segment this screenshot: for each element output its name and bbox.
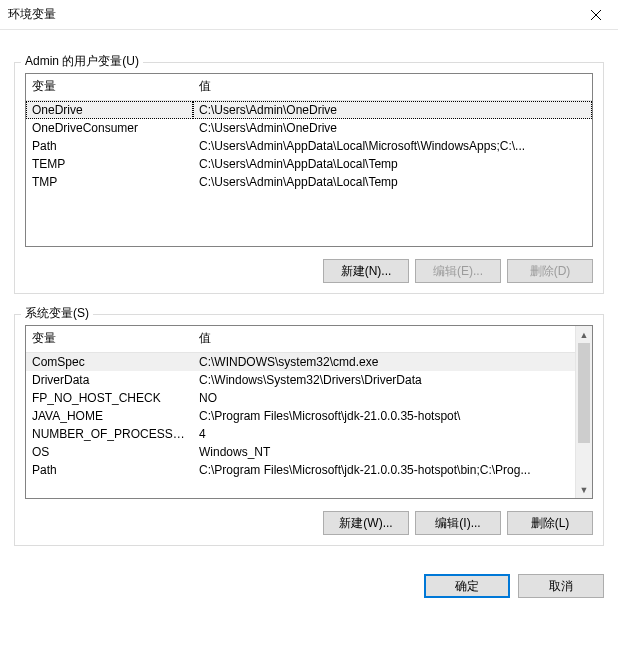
- table-row[interactable]: PathC:\Users\Admin\AppData\Local\Microso…: [26, 137, 592, 155]
- system-scrollbar[interactable]: ▲ ▼: [575, 326, 592, 498]
- user-variables-table[interactable]: 变量 值 OneDriveC:\Users\Admin\OneDriveOneD…: [26, 74, 592, 191]
- row-value: 4: [193, 425, 592, 443]
- table-row[interactable]: DriverDataC:\Windows\System32\Drivers\Dr…: [26, 371, 592, 389]
- dialog-footer: 确定 取消: [0, 560, 618, 612]
- system-delete-button[interactable]: 删除(L): [507, 511, 593, 535]
- system-new-button[interactable]: 新建(W)...: [323, 511, 409, 535]
- row-value: Windows_NT: [193, 443, 592, 461]
- row-value: C:\Program Files\Microsoft\jdk-21.0.0.35…: [193, 461, 592, 479]
- row-value: C:\Users\Admin\AppData\Local\Microsoft\W…: [193, 137, 592, 155]
- content: Admin 的用户变量(U) 变量 值 OneDriveC:\Users\Adm…: [0, 30, 618, 560]
- table-row[interactable]: FP_NO_HOST_CHECKNO: [26, 389, 592, 407]
- system-edit-button[interactable]: 编辑(I)...: [415, 511, 501, 535]
- ok-button[interactable]: 确定: [424, 574, 510, 598]
- row-name: Path: [26, 461, 193, 479]
- user-variables-group: Admin 的用户变量(U) 变量 值 OneDriveC:\Users\Adm…: [14, 62, 604, 294]
- table-row[interactable]: OneDriveC:\Users\Admin\OneDrive: [26, 101, 592, 120]
- user-variables-label: Admin 的用户变量(U): [21, 53, 143, 70]
- table-row[interactable]: TEMPC:\Users\Admin\AppData\Local\Temp: [26, 155, 592, 173]
- scroll-down-icon[interactable]: ▼: [576, 481, 592, 498]
- cancel-button[interactable]: 取消: [518, 574, 604, 598]
- row-value: C:\Users\Admin\AppData\Local\Temp: [193, 155, 592, 173]
- row-name: OneDriveConsumer: [26, 119, 193, 137]
- table-row[interactable]: NUMBER_OF_PROCESSORS4: [26, 425, 592, 443]
- scroll-up-icon[interactable]: ▲: [576, 326, 592, 343]
- row-value: C:\Windows\System32\Drivers\DriverData: [193, 371, 592, 389]
- user-new-button[interactable]: 新建(N)...: [323, 259, 409, 283]
- table-row[interactable]: OneDriveConsumerC:\Users\Admin\OneDrive: [26, 119, 592, 137]
- row-name: TMP: [26, 173, 193, 191]
- row-name: JAVA_HOME: [26, 407, 193, 425]
- row-value: C:\Users\Admin\OneDrive: [193, 119, 592, 137]
- row-name: ComSpec: [26, 353, 193, 372]
- row-value: C:\WINDOWS\system32\cmd.exe: [193, 353, 592, 372]
- row-value: C:\Program Files\Microsoft\jdk-21.0.0.35…: [193, 407, 592, 425]
- table-row[interactable]: JAVA_HOMEC:\Program Files\Microsoft\jdk-…: [26, 407, 592, 425]
- row-name: FP_NO_HOST_CHECK: [26, 389, 193, 407]
- table-row[interactable]: OSWindows_NT: [26, 443, 592, 461]
- titlebar: 环境变量: [0, 0, 618, 30]
- user-variables-table-wrap: 变量 值 OneDriveC:\Users\Admin\OneDriveOneD…: [25, 73, 593, 247]
- user-buttons-row: 新建(N)... 编辑(E)... 删除(D): [25, 259, 593, 283]
- row-name: OS: [26, 443, 193, 461]
- window-title: 环境变量: [8, 6, 573, 23]
- user-edit-button[interactable]: 编辑(E)...: [415, 259, 501, 283]
- close-icon: [591, 10, 601, 20]
- system-variables-table[interactable]: 变量 值 ComSpecC:\WINDOWS\system32\cmd.exeD…: [26, 326, 592, 479]
- close-button[interactable]: [573, 0, 618, 30]
- row-name: OneDrive: [26, 101, 193, 120]
- scroll-thumb[interactable]: [578, 343, 590, 443]
- row-value: C:\Users\Admin\OneDrive: [193, 101, 592, 120]
- sys-col-value[interactable]: 值: [193, 326, 592, 353]
- table-row[interactable]: TMPC:\Users\Admin\AppData\Local\Temp: [26, 173, 592, 191]
- user-col-value[interactable]: 值: [193, 74, 592, 101]
- system-variables-table-wrap: 变量 值 ComSpecC:\WINDOWS\system32\cmd.exeD…: [25, 325, 593, 499]
- row-name: DriverData: [26, 371, 193, 389]
- row-value: NO: [193, 389, 592, 407]
- row-name: Path: [26, 137, 193, 155]
- user-delete-button[interactable]: 删除(D): [507, 259, 593, 283]
- system-variables-label: 系统变量(S): [21, 305, 93, 322]
- user-col-name[interactable]: 变量: [26, 74, 193, 101]
- row-name: NUMBER_OF_PROCESSORS: [26, 425, 193, 443]
- system-buttons-row: 新建(W)... 编辑(I)... 删除(L): [25, 511, 593, 535]
- system-variables-group: 系统变量(S) 变量 值 ComSpecC:\WINDOWS\system32\…: [14, 314, 604, 546]
- table-row[interactable]: ComSpecC:\WINDOWS\system32\cmd.exe: [26, 353, 592, 372]
- sys-col-name[interactable]: 变量: [26, 326, 193, 353]
- row-value: C:\Users\Admin\AppData\Local\Temp: [193, 173, 592, 191]
- table-row[interactable]: PathC:\Program Files\Microsoft\jdk-21.0.…: [26, 461, 592, 479]
- row-name: TEMP: [26, 155, 193, 173]
